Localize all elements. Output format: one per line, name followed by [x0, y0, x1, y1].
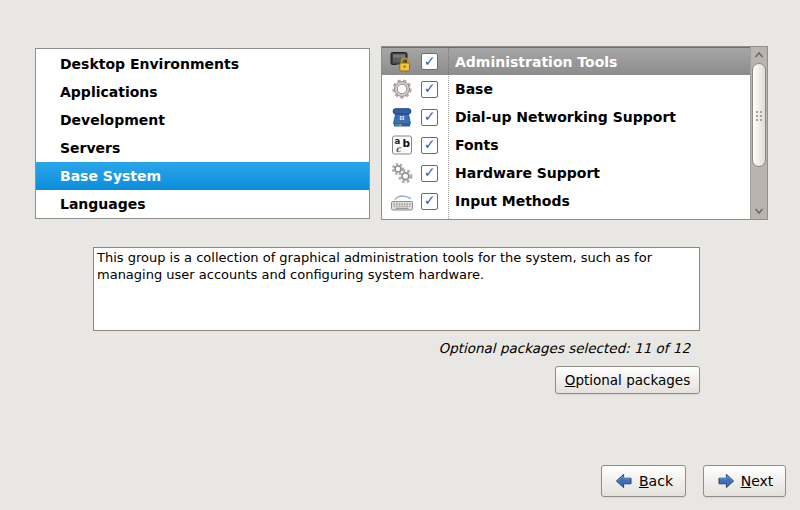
category-item-applications[interactable]: Applications [36, 78, 369, 106]
scroll-down-button[interactable] [751, 203, 767, 219]
group-label: Hardware Support [449, 165, 600, 181]
check-icon: ✓ [424, 137, 436, 151]
group-row-input-methods[interactable]: ✓ Input Methods [382, 187, 750, 215]
group-checkbox-fonts[interactable]: ✓ [421, 137, 438, 154]
category-item-languages[interactable]: Languages [36, 190, 369, 218]
category-label: Applications [60, 84, 158, 100]
check-icon: ✓ [424, 109, 436, 123]
package-selection-screen: Desktop Environments Applications Develo… [0, 0, 800, 510]
group-label: Dial-up Networking Support [449, 109, 676, 125]
category-item-servers[interactable]: Servers [36, 134, 369, 162]
group-checkbox-hardware-support[interactable]: ✓ [421, 165, 438, 182]
chevron-down-icon [753, 206, 765, 216]
optional-packages-button-label: Optional packages [565, 372, 690, 388]
group-label: Input Methods [449, 193, 570, 209]
group-checkbox-administration-tools[interactable]: ✓ [421, 53, 438, 70]
scrollbar-thumb[interactable] [752, 63, 766, 167]
next-button[interactable]: Next [703, 465, 786, 497]
group-description: This group is a collection of graphical … [93, 247, 700, 331]
telephone-icon [390, 105, 414, 129]
group-row-dialup-networking[interactable]: ✓ Dial-up Networking Support [382, 103, 750, 131]
category-item-base-system[interactable]: Base System [36, 162, 369, 190]
category-label: Languages [60, 196, 146, 212]
next-button-label: Next [741, 473, 774, 489]
arrow-left-icon [614, 471, 634, 491]
category-item-development[interactable]: Development [36, 106, 369, 134]
scrollbar[interactable] [750, 47, 767, 219]
group-label: Fonts [449, 137, 499, 153]
scrollbar-grip-icon [755, 110, 763, 121]
check-icon: ✓ [424, 165, 436, 179]
group-row-base[interactable]: ✓ Base [382, 75, 750, 103]
svg-text:b: b [403, 137, 411, 149]
group-checkbox-dialup-networking[interactable]: ✓ [421, 109, 438, 126]
group-checkbox-base[interactable]: ✓ [421, 81, 438, 98]
gear-icon [390, 77, 414, 101]
check-icon: ✓ [424, 81, 436, 95]
category-label: Servers [60, 140, 120, 156]
group-row-hardware-support[interactable]: ✓ Hardware Support [382, 159, 750, 187]
category-list: Desktop Environments Applications Develo… [35, 48, 370, 219]
scroll-up-button[interactable] [751, 47, 767, 63]
check-icon: ✓ [424, 54, 436, 68]
back-button[interactable]: Back [601, 465, 686, 497]
package-group-rows: ✓ Administration Tools ✓ Base [382, 47, 750, 219]
admin-tools-icon [390, 50, 414, 74]
category-label: Development [60, 112, 165, 128]
package-group-list: ✓ Administration Tools ✓ Base [381, 46, 768, 220]
group-row-fonts[interactable]: a c b ✓ Fonts [382, 131, 750, 159]
group-row-administration-tools[interactable]: ✓ Administration Tools [382, 47, 750, 75]
arrow-right-icon [716, 471, 736, 491]
optional-packages-summary: Optional packages selected: 11 of 12 [439, 340, 690, 356]
chevron-up-icon [753, 50, 765, 60]
group-label: Base [449, 81, 493, 97]
check-icon: ✓ [424, 193, 436, 207]
back-button-label: Back [639, 473, 673, 489]
category-label: Desktop Environments [60, 56, 239, 72]
keyboard-icon [390, 189, 414, 213]
optional-packages-button[interactable]: Optional packages [555, 366, 700, 394]
category-item-desktop-environments[interactable]: Desktop Environments [36, 50, 369, 78]
gears-icon [390, 161, 414, 185]
group-description-text: This group is a collection of graphical … [97, 250, 652, 282]
group-checkbox-input-methods[interactable]: ✓ [421, 193, 438, 210]
category-label: Base System [60, 168, 161, 184]
group-label: Administration Tools [449, 54, 617, 70]
fonts-icon: a c b [390, 133, 414, 157]
